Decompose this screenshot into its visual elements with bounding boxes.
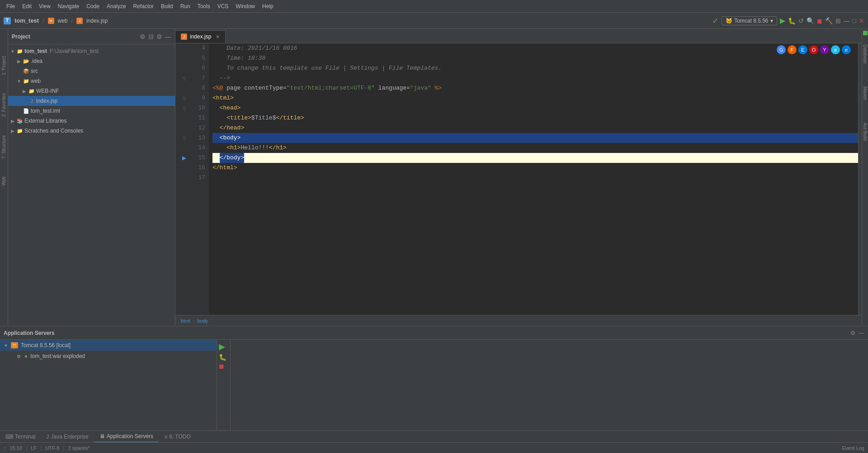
tree-item-src[interactable]: 📦 src	[8, 66, 175, 76]
gutter-14	[175, 143, 188, 153]
sidebar-item-favorites[interactable]: 2: Favorites	[1, 93, 6, 117]
tab-terminal[interactable]: ⌨ Terminal	[0, 431, 41, 443]
fold-9[interactable]: ▽	[183, 96, 186, 101]
tab-java-enterprise[interactable]: J Java Enterprise	[41, 431, 94, 443]
menu-window[interactable]: Window	[233, 2, 258, 10]
menu-help[interactable]: Help	[259, 2, 276, 10]
tree-item-indexjsp[interactable]: J index.jsp	[8, 96, 175, 106]
label-indexjsp: index.jsp	[36, 98, 57, 104]
status-encoding[interactable]: UTF-8	[45, 445, 59, 451]
bottom-stop-button[interactable]: ◼	[219, 362, 228, 370]
linenum-5: 5	[188, 53, 205, 63]
label-root: tom_test	[24, 48, 47, 54]
breadcrumb-file: index.jsp	[86, 18, 108, 24]
code-area[interactable]: Date: 2021/1/16 0016 Time: 10:38 To chan…	[209, 43, 858, 315]
editor-tabs: J index.jsp ✕	[175, 29, 862, 43]
file-tree: ▼ 📁 tom_test F:\JavaFile\tom_test ▶ 📂 .i…	[8, 44, 175, 326]
tab-todo[interactable]: ≡ 6: TODO	[159, 431, 196, 443]
gutter-16	[175, 163, 188, 173]
tab-indexjsp[interactable]: J index.jsp ✕	[175, 30, 226, 43]
gutter-10: ▽	[175, 103, 188, 113]
menu-tools[interactable]: Tools	[195, 2, 213, 10]
search-button[interactable]: 🔍	[807, 17, 814, 24]
server-status-green: ●	[24, 353, 28, 359]
tab-application-servers[interactable]: 🖥 Application Servers	[94, 431, 159, 443]
tab-close-button[interactable]: ✕	[216, 34, 220, 40]
bottom-panel: Application Servers ⚙ — ▼ 🐱 Tomcat 8.5.5…	[0, 326, 868, 430]
tree-item-web[interactable]: ▼ 📁 web	[8, 76, 175, 86]
bottom-tabs: ⌨ Terminal J Java Enterprise 🖥 Applicati…	[0, 430, 868, 442]
breadcrumb-html[interactable]: html	[181, 318, 190, 324]
code-line-13: <body>	[212, 133, 858, 143]
gutter-12	[175, 123, 188, 133]
tree-item-webinf[interactable]: ▶ 📁 WEB-INF	[8, 86, 175, 96]
tree-item-root[interactable]: ▼ 📁 tom_test F:\JavaFile\tom_test	[8, 46, 175, 56]
sidebar-item-web[interactable]: Web	[1, 176, 6, 186]
sidebar-item-structure[interactable]: 7: Structure	[1, 135, 6, 159]
tree-item-iml[interactable]: 📄 tom_test.iml	[8, 106, 175, 116]
gutter-6	[175, 63, 188, 73]
java-enterprise-icon: J	[46, 434, 49, 440]
tree-item-scratches[interactable]: ▶ 📁 Scratches and Consoles	[8, 126, 175, 136]
status-indent[interactable]: 2 spaces*	[68, 445, 90, 451]
breadcrumb-body[interactable]: body	[197, 318, 208, 324]
panel-settings-icon[interactable]: ⚙	[140, 33, 146, 40]
right-indicator	[863, 31, 868, 35]
right-label-database[interactable]: Database	[863, 44, 868, 64]
cursor	[244, 154, 245, 162]
bottom-debug-button[interactable]: 🐛	[219, 353, 228, 361]
fold-10[interactable]: ▽	[183, 106, 186, 111]
arrow-root: ▼	[10, 49, 15, 54]
menu-build[interactable]: Build	[158, 2, 176, 10]
stop-button[interactable]: ◼	[817, 17, 822, 24]
project-panel: Project ⚙ ⊟ ⚙ — ▼ 📁 tom_test F:\JavaFile…	[8, 29, 175, 326]
tomcat-selector[interactable]: 🐱 Tomcat 8.5.56 ▾	[722, 16, 777, 25]
minimize-button[interactable]: —	[844, 17, 850, 24]
status-position[interactable]: 15:10	[10, 445, 23, 451]
panel-collapse-icon[interactable]: —	[165, 33, 171, 40]
tree-item-idea[interactable]: ▶ 📂 .idea	[8, 56, 175, 66]
menu-code[interactable]: Code	[84, 2, 102, 10]
tree-item-extlib[interactable]: ▶ 📚 External Libraries	[8, 116, 175, 126]
build-button[interactable]: 🔨	[825, 17, 833, 24]
gutter-13: ▽	[175, 133, 188, 143]
right-label-antbuild[interactable]: Ant Build	[863, 123, 868, 141]
server-item-tomcat[interactable]: ▼ 🐱 Tomcat 8.5.56 [local]	[0, 340, 217, 351]
bottom-close-icon[interactable]: —	[859, 330, 864, 336]
fold-13[interactable]: ▽	[183, 136, 186, 141]
menu-analyze[interactable]: Analyze	[104, 2, 129, 10]
right-label-maven[interactable]: Maven	[863, 86, 868, 100]
panel-gear-icon[interactable]: ⚙	[156, 33, 162, 40]
menu-edit[interactable]: Edit	[19, 2, 34, 10]
panel-layout-icon[interactable]: ⊟	[148, 33, 154, 40]
status-event-log[interactable]: Event Log	[842, 445, 864, 451]
menu-run[interactable]: Run	[178, 2, 193, 10]
menu-refactor[interactable]: Refactor	[131, 2, 156, 10]
menu-file[interactable]: File	[4, 2, 18, 10]
status-lf[interactable]: LF	[31, 445, 37, 451]
folder-icon-web: 📁	[23, 78, 30, 84]
reload-button[interactable]: ↺	[798, 17, 804, 24]
sidebar-item-project[interactable]: 1: Project	[1, 56, 6, 75]
app-servers-icon: 🖥	[99, 433, 105, 439]
bottom-settings-icon[interactable]: ⚙	[850, 330, 855, 336]
debug-button[interactable]: 🐛	[788, 17, 796, 24]
editor-area: J index.jsp ✕ G F E O Y e e	[175, 29, 862, 326]
fold-7[interactable]: ▽	[183, 76, 186, 81]
linenum-7: 7	[188, 73, 205, 83]
bottom-run-button[interactable]: ▶	[219, 342, 228, 352]
run-green-icon[interactable]: ✓	[712, 16, 719, 26]
maximize-button[interactable]: □	[853, 17, 856, 24]
window-button[interactable]: ⊞	[835, 17, 841, 24]
close-button[interactable]: ✕	[859, 17, 864, 24]
tab-jsp-icon: J	[181, 33, 187, 40]
title-right: ✓ 🐱 Tomcat 8.5.56 ▾ ▶ 🐛 ↺ 🔍 ◼ 🔨 ⊞ — □ ✕	[712, 16, 864, 26]
server-item-app[interactable]: ⚙ ● tom_test:war exploded	[0, 351, 217, 362]
menu-navigate[interactable]: Navigate	[55, 2, 82, 10]
menu-view[interactable]: View	[36, 2, 53, 10]
scrollbar-vertical[interactable]	[858, 43, 862, 315]
arrow-15: ▶	[182, 155, 186, 161]
code-line-14: <h1>Hello!!!</h1>	[212, 143, 858, 153]
menu-vcs[interactable]: VCS	[215, 2, 231, 10]
run-button[interactable]: ▶	[780, 16, 785, 25]
